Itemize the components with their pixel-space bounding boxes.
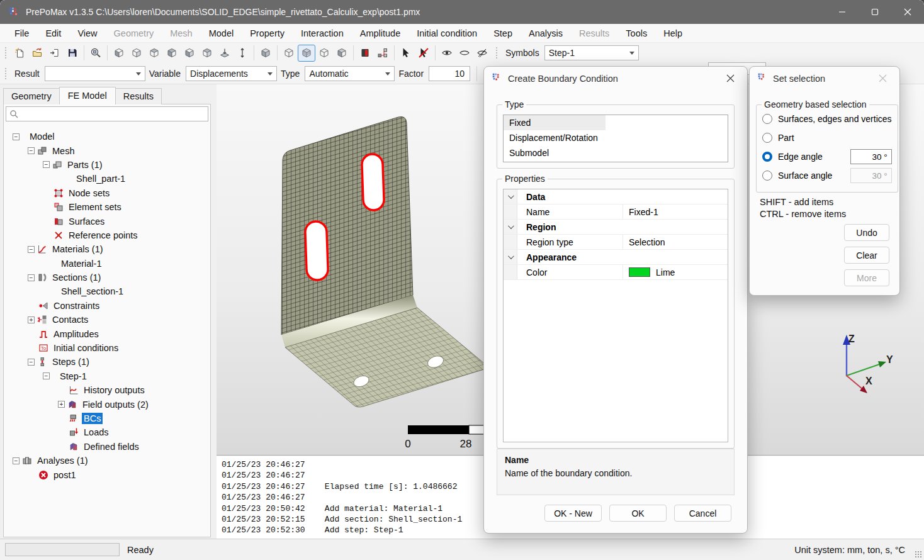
radio-unchecked-icon[interactable] — [762, 171, 772, 181]
tree-item-contacts[interactable]: +Contacts — [4, 313, 210, 327]
tree-item-initial-conditions[interactable]: ToInitial conditions — [4, 341, 210, 355]
type-combo[interactable]: Automatic — [305, 66, 395, 81]
expander-collapse-icon[interactable]: − — [43, 372, 50, 379]
expander-collapse-icon[interactable]: − — [43, 161, 50, 168]
minimize-button[interactable] — [826, 0, 859, 24]
radio-row-edge-angle[interactable]: Edge angle30 ° — [757, 147, 898, 166]
selected-slot-lower[interactable] — [305, 221, 328, 280]
tree-item-reference-points[interactable]: Reference points — [4, 228, 210, 242]
radio-row-surface-angle[interactable]: Surface angle30 ° — [757, 166, 898, 185]
expander-collapse-icon[interactable]: − — [28, 274, 35, 281]
tree-item-constraints[interactable]: Constraints — [4, 299, 210, 313]
save-file-button[interactable] — [64, 45, 81, 62]
bc-dialog-titlebar[interactable]: Create Boundary Condition — [484, 67, 747, 90]
tree-item-steps-1[interactable]: −Steps (1) — [4, 355, 210, 369]
new-file-button[interactable] — [11, 45, 28, 62]
tree-item-sections-1[interactable]: −Sections (1) — [4, 271, 210, 284]
menu-help[interactable]: Help — [655, 26, 690, 41]
cancel-button[interactable]: Cancel — [674, 505, 731, 522]
isometric-view-button[interactable] — [257, 45, 274, 62]
expander-collapse-icon[interactable]: − — [28, 246, 35, 253]
tree-item-shell-part-1[interactable]: Shell_part-1 — [4, 172, 210, 186]
view-bottom-button[interactable] — [163, 45, 181, 62]
toolbar-grip[interactable] — [495, 47, 499, 59]
menu-step[interactable]: Step — [485, 26, 521, 41]
tree-item-bcs[interactable]: BCs — [4, 412, 210, 425]
radio-checked-icon[interactable] — [762, 152, 772, 162]
menu-tools[interactable]: Tools — [617, 26, 655, 41]
tree-item-material-1[interactable]: Material-1 — [4, 257, 210, 271]
query-tool-button[interactable] — [397, 45, 415, 62]
show-element-edges-button[interactable] — [298, 45, 315, 62]
symbols-combo[interactable]: Step-1 — [544, 45, 639, 60]
view-normal-to-plane-button[interactable] — [216, 45, 234, 62]
bc-type-displacement-rotation[interactable]: Displacement/Rotation — [504, 130, 728, 145]
tab-geometry[interactable]: Geometry — [3, 88, 60, 104]
radio-unchecked-icon[interactable] — [762, 133, 772, 143]
menu-interaction[interactable]: Interaction — [293, 26, 352, 41]
tree-item-defined-fields[interactable]: Defined fields — [4, 440, 210, 454]
property-value[interactable]: Fixed-1 — [623, 204, 728, 219]
variable-combo[interactable]: Displacements — [186, 66, 277, 81]
edge-angle-input[interactable]: 30 ° — [850, 149, 892, 164]
open-file-button[interactable] — [28, 45, 46, 62]
tree-item-element-sets[interactable]: Element sets — [4, 200, 210, 214]
meshed-bracket-model[interactable] — [281, 116, 487, 407]
tree-item-step-1[interactable]: −Step-1 — [4, 369, 210, 383]
show-transparent-items-button[interactable] — [456, 45, 473, 62]
tree-item-shell-section-1[interactable]: Shell_section-1 — [4, 284, 210, 298]
radio-row-part[interactable]: Part — [757, 128, 898, 147]
result-combo[interactable] — [45, 66, 145, 81]
expander-expand-icon[interactable]: + — [28, 316, 35, 323]
expander-collapse-icon[interactable]: − — [13, 133, 20, 140]
menu-analysis[interactable]: Analysis — [521, 26, 571, 41]
expander-collapse-icon[interactable]: − — [13, 457, 20, 464]
property-row-name[interactable]: NameFixed-1 — [504, 204, 728, 220]
ok-new-button[interactable]: OK - New — [544, 505, 602, 522]
tree-item-loads[interactable]: Loads — [4, 425, 210, 439]
tree-item-parts-1[interactable]: −Parts (1) — [4, 158, 210, 172]
tree-item-node-sets[interactable]: Node sets — [4, 186, 210, 200]
menu-amplitude[interactable]: Amplitude — [352, 26, 408, 41]
view-top-button[interactable] — [145, 45, 163, 62]
property-row-color[interactable]: ColorLime — [504, 265, 728, 280]
sel-close-icon[interactable] — [873, 70, 892, 87]
tree-item-amplitudes[interactable]: Amplitudes — [4, 327, 210, 340]
menu-view[interactable]: View — [69, 26, 105, 41]
tree-item-model[interactable]: −Model — [4, 130, 210, 143]
tree-item-field-outputs-2[interactable]: +Field outputs (2) — [4, 397, 210, 411]
exploded-view-button[interactable] — [374, 45, 392, 62]
menu-initial-condition[interactable]: Initial condition — [408, 26, 485, 41]
undo-button[interactable]: Undo — [844, 224, 889, 241]
show-surface-with-edges-button[interactable] — [280, 45, 298, 62]
tree-item-history-outputs[interactable]: History outputs — [4, 383, 210, 397]
sel-dialog-titlebar[interactable]: Set selection — [750, 67, 899, 90]
clear-button[interactable]: Clear — [844, 247, 889, 264]
property-value[interactable]: Selection — [623, 235, 728, 249]
tree-item-materials-1[interactable]: −Materials (1) — [4, 242, 210, 256]
resize-grip[interactable] — [915, 551, 922, 558]
menu-edit[interactable]: Edit — [37, 26, 69, 41]
flip-normal-button[interactable] — [234, 45, 251, 62]
view-back-button[interactable] — [128, 45, 145, 62]
show-half-model-button[interactable] — [333, 45, 351, 62]
bc-type-submodel[interactable]: Submodel — [504, 145, 728, 160]
tab-results[interactable]: Results — [115, 88, 162, 104]
show-surface-button[interactable] — [315, 45, 333, 62]
tab-fe-model[interactable]: FE Model — [59, 87, 116, 104]
tree-search-box[interactable] — [6, 106, 208, 121]
maximize-button[interactable] — [859, 0, 891, 24]
tree-item-analyses-1[interactable]: −Analyses (1) — [4, 454, 210, 468]
tree-item-surfaces[interactable]: Surfaces — [4, 214, 210, 228]
menu-model[interactable]: Model — [201, 26, 242, 41]
toolbar-grip[interactable] — [4, 67, 8, 80]
category-gutter[interactable] — [504, 189, 517, 204]
view-front-button[interactable] — [110, 45, 128, 62]
import-file-button[interactable] — [46, 45, 64, 62]
selected-slot-upper[interactable] — [361, 154, 384, 210]
expander-collapse-icon[interactable]: − — [28, 147, 35, 154]
bc-close-icon[interactable] — [721, 70, 740, 87]
menu-property[interactable]: Property — [242, 26, 293, 41]
show-items-button[interactable] — [438, 45, 456, 62]
factor-input[interactable]: 10 — [429, 66, 470, 81]
